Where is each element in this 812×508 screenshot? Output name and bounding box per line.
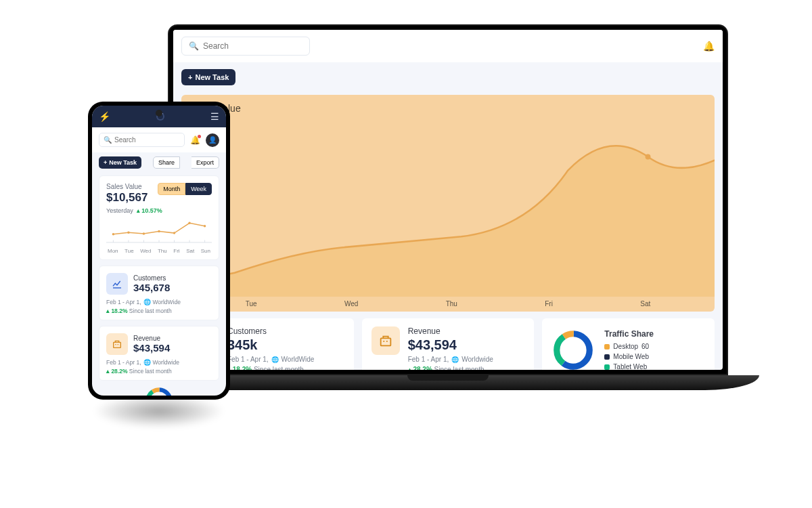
globe-icon: 🌐 [143,359,151,366]
legend-desktop: Desktop 60 [604,343,654,350]
sales-delta: Yesterday ▴ 10.57% [106,207,212,214]
svg-rect-1 [380,338,390,345]
customers-value: 345k [227,337,344,353]
svg-point-20 [204,225,206,227]
search-box[interactable]: 🔍 [181,37,310,56]
customers-delta: ▴ 18.2% Since last month [227,366,344,370]
avatar[interactable]: 👤 [206,133,219,147]
laptop-screen: 🔍 🔔 + New Task Sales Value Tue Wed [173,30,723,370]
bell-icon[interactable]: 🔔 [190,135,200,145]
customers-label: Customers [133,274,170,282]
toggle-week[interactable]: Week [185,183,212,195]
customers-range: Feb 1 - Apr 1, 🌐 WorldWide [106,299,212,305]
laptop-base [137,375,759,390]
revenue-value: $43,594 [133,342,170,354]
revenue-label: Revenue [408,326,525,336]
phone-device: ⚡ ☰ 🔍 🔔 👤 + New Task Share Export S [88,102,230,400]
revenue-card: Revenue $43,594 Feb 1 - Apr 1, 🌐 Worldwi… [362,318,535,370]
menu-icon[interactable]: ☰ [210,111,219,122]
legend-mobile: Mobile Web [604,353,654,360]
svg-point-16 [143,232,145,234]
up-arrow-icon: ▴ 18.2% [106,308,127,314]
revenue-range: Feb 1 - Apr 1, 🌐 Worldwide [106,359,212,366]
revenue-value: $43,594 [408,337,525,353]
svg-point-0 [646,154,651,159]
period-toggle: Month Week [158,183,212,195]
sales-value-card: Sales Value $10,567 Month Week Yesterday… [99,175,219,260]
search-input[interactable] [114,136,180,144]
revenue-label: Revenue [133,335,170,342]
phone-header: 🔍 🔔 👤 [92,127,226,152]
share-button[interactable]: Share [153,156,180,169]
customers-value: 345,678 [133,282,170,293]
up-arrow-icon: ▴ 28.2% [106,368,127,375]
bell-icon[interactable]: 🔔 [703,41,715,51]
globe-icon: 🌐 [451,356,459,363]
revenue-delta: ▴ 28.2% Since last month [106,368,212,375]
plus-icon: + [104,159,107,166]
x-tick: Sat [640,300,650,308]
sales-value: $10,567 [106,191,148,205]
loading-icon [156,112,164,121]
svg-point-14 [112,233,114,235]
svg-rect-21 [114,342,121,347]
phone-navbar: ⚡ ☰ [92,106,226,127]
traffic-donut-peek [99,386,219,396]
revenue-card: Revenue $43,594 Feb 1 - Apr 1, 🌐 Worldwi… [99,326,219,381]
sales-value-chart: Sales Value Tue Wed Thu Fri Sat [181,95,715,312]
export-button[interactable]: Export [191,156,219,169]
svg-point-19 [188,222,190,224]
traffic-share-card: Traffic Share Desktop 60 Mobile Web Tabl… [542,318,715,370]
svg-point-18 [173,232,175,234]
cash-register-icon [371,326,400,355]
x-tick: Fri [545,300,553,308]
donut-chart [551,329,595,371]
svg-point-17 [158,230,160,232]
new-task-label: New Task [195,73,229,81]
search-icon: 🔍 [189,41,199,51]
chart-title: Sales Value [191,103,705,114]
phone-screen: ⚡ ☰ 🔍 🔔 👤 + New Task Share Export S [92,106,226,396]
sales-title: Sales Value [106,183,148,190]
search-box[interactable]: 🔍 [99,133,185,147]
chart-x-axis: Tue Wed Thu Fri Sat [181,300,715,308]
cash-register-icon [106,333,128,355]
chart-icon [106,273,128,295]
sales-line-svg [181,119,715,297]
bolt-icon: ⚡ [99,111,110,122]
x-tick: Thu [446,300,457,308]
x-tick: Wed [344,300,358,308]
new-task-label: New Task [109,159,137,166]
phone-toolbar: + New Task Share Export [92,152,226,173]
traffic-legend: Traffic Share Desktop 60 Mobile Web Tabl… [604,329,654,370]
new-task-button[interactable]: + New Task [99,156,141,169]
search-icon: 🔍 [104,136,112,144]
revenue-delta: ▴ 28.2% Since last month [408,366,525,370]
customers-card: Customers 345,678 Feb 1 - Apr 1, 🌐 World… [99,266,219,320]
revenue-range: Feb 1 - Apr 1, 🌐 Worldwide [408,356,525,363]
globe-icon: 🌐 [271,356,279,363]
search-input[interactable] [203,41,302,51]
laptop-bezel: 🔍 🔔 + New Task Sales Value Tue Wed [168,24,728,375]
laptop-device: 🔍 🔔 + New Task Sales Value Tue Wed [168,24,728,408]
new-task-button[interactable]: + New Task [181,69,235,85]
plus-icon: + [188,73,192,81]
stat-cards-row: Customers 345k Feb 1 - Apr 1, 🌐 WorldWid… [181,318,715,370]
laptop-header: 🔍 🔔 [173,30,723,62]
customers-range: Feb 1 - Apr 1, 🌐 WorldWide [227,356,344,363]
x-tick: Tue [246,300,257,308]
svg-point-15 [127,231,129,233]
mini-chart-x-axis: MonTueWedThuFriSatSun [106,248,212,254]
customers-delta: ▴ 18.2% Since last month [106,308,212,314]
mini-line-chart [106,214,212,244]
traffic-title: Traffic Share [604,329,654,339]
legend-tablet: Tablet Web [604,363,654,370]
up-arrow-icon: ▴ 18.2% [227,366,252,370]
up-arrow-icon: ▴ 28.2% [408,366,432,370]
customers-label: Customers [227,326,344,336]
up-arrow-icon: ▴ 10.57% [137,207,162,214]
globe-icon: 🌐 [143,299,151,305]
toggle-month[interactable]: Month [158,183,185,195]
